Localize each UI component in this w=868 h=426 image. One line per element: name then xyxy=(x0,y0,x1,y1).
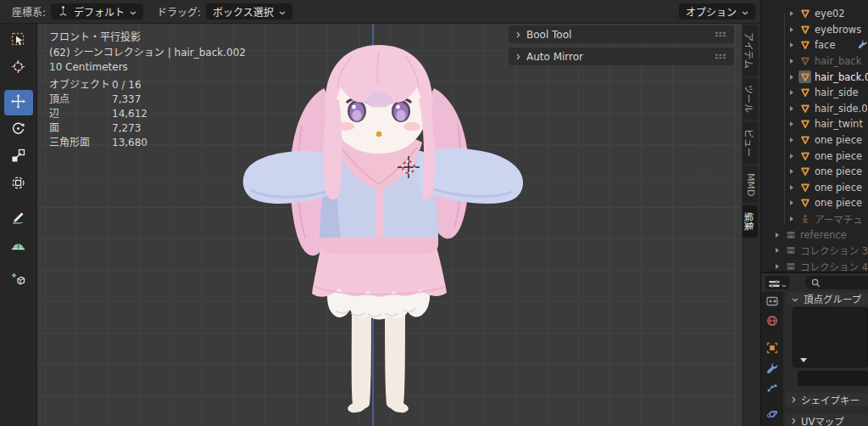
drag-grip-icon[interactable] xyxy=(715,31,726,37)
outliner-item[interactable]: hair_back xyxy=(761,53,868,70)
outliner-collection[interactable]: コレクション 3 xyxy=(761,243,868,259)
orientation-dropdown[interactable]: デフォルト xyxy=(51,3,143,20)
outliner-item-label: hair_side.0 xyxy=(815,103,868,115)
tool-cursor-button[interactable] xyxy=(4,55,33,81)
tool-scale-button[interactable] xyxy=(4,144,33,170)
vertex-groups-panel-header[interactable]: 頂点グループ xyxy=(787,292,868,305)
expand-arrow-icon[interactable] xyxy=(790,137,793,143)
render-tab[interactable] xyxy=(765,294,780,309)
panel-bool-tool[interactable]: Bool Tool xyxy=(509,25,734,43)
3d-viewport[interactable]: フロント・平行投影 (62) シーンコレクション | hair_back.002… xyxy=(37,24,742,426)
tab-tool[interactable]: ツール xyxy=(743,78,758,120)
outliner-item[interactable]: face xyxy=(761,37,868,53)
outliner-item-label: アーマチュ xyxy=(815,212,863,226)
outliner-item[interactable]: hair_side xyxy=(761,85,868,101)
stat-label: 面 xyxy=(49,121,112,136)
outliner-item-label: hair_back xyxy=(815,55,861,67)
cursor-tool-icon xyxy=(11,59,25,77)
sidebar-panels: Bool Tool Auto Mirror xyxy=(509,25,734,65)
expand-arrow-icon[interactable] xyxy=(776,233,779,238)
vertex-groups-list[interactable] xyxy=(793,307,868,367)
drag-label: ドラッグ: xyxy=(157,4,201,19)
shape-keys-panel-header[interactable]: シェイプキー xyxy=(787,393,868,406)
3d-cursor xyxy=(397,155,420,182)
chevron-down-icon xyxy=(742,6,748,18)
expand-arrow-icon[interactable] xyxy=(790,216,793,221)
outliner-collection[interactable]: reference xyxy=(761,227,868,243)
outliner-item-label: eyebrows xyxy=(815,24,861,36)
tool-add-cube-button[interactable] xyxy=(4,268,33,294)
expand-arrow-icon[interactable] xyxy=(790,169,793,174)
scale-label: 10 Centimeters xyxy=(49,60,246,76)
expand-arrow-icon[interactable] xyxy=(776,264,779,269)
properties-header xyxy=(761,273,868,292)
world-tab[interactable] xyxy=(765,313,780,328)
expand-arrow-icon[interactable] xyxy=(790,121,793,126)
editor-type-dropdown[interactable] xyxy=(765,276,789,289)
outliner-item[interactable]: hair_twint xyxy=(761,116,868,132)
drag-grip-icon[interactable] xyxy=(715,53,726,59)
expand-arrow-icon[interactable] xyxy=(790,90,793,95)
tool-tweak-select-button[interactable] xyxy=(4,28,33,53)
tool-annotate-button[interactable] xyxy=(4,206,33,232)
drag-mode-dropdown[interactable]: ボックス選択 xyxy=(206,3,292,20)
outliner-item-label: hair_twint xyxy=(815,118,863,130)
outliner-item[interactable]: eye02 xyxy=(761,6,868,22)
panel-title: UVマップ xyxy=(801,414,844,426)
tool-transform-button[interactable] xyxy=(4,171,33,197)
outliner-item[interactable]: hair_side.0 xyxy=(761,101,868,117)
outliner-item[interactable]: one piece xyxy=(761,132,868,149)
expand-arrow-icon[interactable] xyxy=(790,106,793,111)
outliner-item[interactable]: eyebrows xyxy=(761,22,868,38)
modifiers-tab[interactable] xyxy=(765,360,780,375)
vertex-group-name-field[interactable] xyxy=(798,371,868,386)
outliner-item[interactable]: one piece xyxy=(761,180,868,196)
list-dropdown-arrow-icon[interactable] xyxy=(800,358,807,362)
viewport-header: 座標系: デフォルト ドラッグ: ボックス選択 オプション xyxy=(0,0,760,24)
expand-arrow-icon[interactable] xyxy=(790,11,793,16)
outliner-item-label: face xyxy=(815,39,836,51)
stat-value: 0 / 16 xyxy=(112,78,142,92)
expand-arrow-icon[interactable] xyxy=(790,59,793,64)
physics-tab[interactable] xyxy=(765,406,780,422)
expand-arrow-icon[interactable] xyxy=(790,200,793,205)
annotate-tool-icon xyxy=(11,210,25,228)
properties-search-input[interactable] xyxy=(805,276,868,289)
outliner-item-active[interactable]: hair_back.0 xyxy=(761,69,868,85)
tab-edit[interactable]: 編集 xyxy=(743,205,758,238)
uv-maps-panel-header[interactable]: UVマップ xyxy=(787,414,868,426)
outliner-item-label: hair_back.0 xyxy=(815,71,868,83)
expand-arrow-icon[interactable] xyxy=(776,248,779,253)
expand-arrow-icon[interactable] xyxy=(790,27,793,32)
particles-tab[interactable] xyxy=(765,379,780,395)
expand-arrow-icon[interactable] xyxy=(790,75,793,80)
expand-arrow-icon[interactable] xyxy=(790,154,793,159)
tab-mmd[interactable]: MMD xyxy=(743,166,758,203)
stat-value: 7,337 xyxy=(112,92,141,107)
orientation-value: デフォルト xyxy=(74,4,125,19)
outliner-item[interactable]: one piece xyxy=(761,164,868,180)
outliner-item[interactable]: one piece xyxy=(761,195,868,211)
object-tab[interactable] xyxy=(765,340,780,356)
panel-auto-mirror[interactable]: Auto Mirror xyxy=(509,48,734,65)
outliner-collection[interactable]: コレクション 4 xyxy=(761,259,868,272)
outliner-item[interactable]: one piece xyxy=(761,148,868,164)
collection-icon xyxy=(784,260,797,272)
tool-move-button[interactable] xyxy=(4,90,33,115)
outliner-item[interactable]: アーマチュ xyxy=(761,211,868,227)
tab-view[interactable]: ビュー xyxy=(743,122,758,164)
expand-arrow-icon[interactable] xyxy=(790,185,793,190)
mesh-data-icon xyxy=(798,23,811,36)
stat-label: オブジェクト xyxy=(49,78,112,92)
tool-rotate-button[interactable] xyxy=(4,117,33,143)
options-label: オプション xyxy=(686,4,737,19)
tool-measure-button[interactable] xyxy=(4,233,33,259)
expand-arrow-icon[interactable] xyxy=(790,42,793,48)
measure-tool-icon xyxy=(11,238,25,255)
mesh-data-icon xyxy=(798,197,811,210)
chevron-right-icon xyxy=(516,29,520,41)
outliner-item-label: コレクション 3 xyxy=(800,244,868,257)
tab-item[interactable]: アイテム xyxy=(743,25,758,76)
options-dropdown[interactable]: オプション xyxy=(679,3,755,20)
chevron-down-icon xyxy=(279,6,286,18)
